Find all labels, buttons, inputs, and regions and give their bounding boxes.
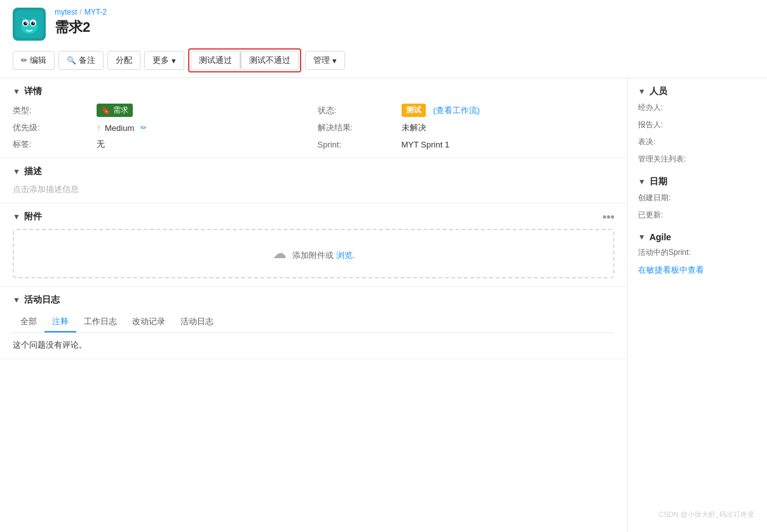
bookmark-icon: 🔖 — [101, 106, 111, 115]
cloud-upload-icon: ☁ — [273, 245, 287, 261]
breadcrumb-project[interactable]: mytest — [55, 8, 77, 17]
description-collapse-icon[interactable]: ▼ — [13, 167, 20, 176]
active-sprint-label: 活动中的Sprint: — [638, 247, 757, 258]
status-value: 测试 (查看工作流) — [402, 104, 615, 117]
activity-tabs: 全部 注释 工作日志 改动记录 活动日志 — [13, 312, 614, 333]
updated-field: 已更新: — [638, 210, 757, 222]
sidebar-date-header: ▼ 日期 — [638, 176, 757, 188]
attachment-collapse-icon[interactable]: ▼ — [13, 212, 20, 221]
agile-board-link[interactable]: 在敏捷看板中查看 — [638, 265, 704, 275]
avatar — [13, 8, 46, 41]
agile-collapse-icon[interactable]: ▼ — [638, 233, 646, 242]
pencil-icon: ✏ — [21, 56, 27, 65]
page-title: 需求2 — [55, 18, 107, 37]
sidebar-date-section: ▼ 日期 创建日期: 已更新: — [638, 176, 757, 222]
status-tag: 测试 — [402, 104, 426, 117]
vote-field: 表决: — [638, 137, 757, 149]
breadcrumb: mytest / MYT-2 — [55, 8, 107, 17]
attachment-section: ▼ 附件 ••• ☁ 添加附件或 浏览. — [0, 203, 627, 287]
main-layout: ▼ 详情 类型: 🔖 需求 状态: 测试 (查看工作流) — [0, 78, 767, 532]
browse-link[interactable]: 浏览. — [336, 250, 355, 260]
test-pass-button[interactable]: 测试通过 — [191, 51, 240, 70]
sprint-label: Sprint: — [318, 139, 394, 150]
toolbar: ✏ 编辑 🔍 备注 分配 更多 ▾ 测试通过 测试不通过 管理 ▾ — [0, 43, 767, 78]
chevron-down-icon: ▾ — [172, 56, 176, 65]
tab-activity[interactable]: 活动日志 — [173, 312, 221, 332]
type-value: 🔖 需求 — [97, 104, 310, 117]
people-collapse-icon[interactable]: ▼ — [638, 87, 646, 96]
type-tag: 🔖 需求 — [97, 104, 133, 117]
activity-section-title: 活动日志 — [24, 294, 60, 306]
vote-label: 表决: — [638, 137, 757, 147]
assignee-field: 经办人: — [638, 102, 757, 114]
priority-edit-icon[interactable]: ✏ — [140, 123, 147, 132]
test-buttons-group: 测试通过 测试不通过 — [188, 48, 301, 72]
agile-title: Agile — [649, 232, 671, 242]
resolution-label: 解决结果: — [318, 122, 394, 133]
description-placeholder[interactable]: 点击添加描述信息 — [13, 184, 614, 195]
description-section-header: ▼ 描述 — [13, 166, 614, 177]
workflow-link[interactable]: (查看工作流) — [433, 105, 480, 116]
tag-label: 标签: — [13, 139, 89, 150]
reporter-field: 报告人: — [638, 119, 757, 132]
activity-section-header: ▼ 活动日志 — [13, 294, 614, 306]
manage-button[interactable]: 管理 ▾ — [305, 51, 345, 70]
edit-button[interactable]: ✏ 编辑 — [13, 51, 55, 70]
attachment-section-title: 附件 — [24, 211, 42, 222]
resolution-value: 未解决 — [402, 122, 615, 133]
sidebar-people-header: ▼ 人员 — [638, 86, 757, 97]
status-label: 状态: — [318, 104, 394, 117]
attachment-drop-zone[interactable]: ☁ 添加附件或 浏览. — [13, 229, 614, 278]
date-title: 日期 — [649, 176, 667, 188]
test-fail-button[interactable]: 测试不通过 — [241, 51, 299, 70]
people-title: 人员 — [649, 86, 667, 97]
sidebar-agile-header: ▼ Agile — [638, 232, 757, 242]
priority-arrow-icon: ↑ — [97, 123, 101, 133]
updated-label: 已更新: — [638, 210, 757, 221]
upload-text: 添加附件或 — [292, 250, 334, 260]
description-section: ▼ 描述 点击添加描述信息 — [0, 158, 627, 203]
svg-point-5 — [31, 22, 35, 25]
details-section: ▼ 详情 类型: 🔖 需求 状态: 测试 (查看工作流) — [0, 78, 627, 158]
search-icon: 🔍 — [67, 56, 76, 65]
svg-point-6 — [25, 22, 27, 24]
date-collapse-icon[interactable]: ▼ — [638, 177, 646, 186]
note-button[interactable]: 🔍 备注 — [58, 51, 104, 70]
breadcrumb-separator: / — [79, 8, 81, 17]
breadcrumb-issue[interactable]: MYT-2 — [85, 8, 107, 17]
svg-point-4 — [24, 22, 27, 25]
type-label: 类型: — [13, 104, 89, 117]
created-label: 创建日期: — [638, 193, 757, 203]
details-collapse-icon[interactable]: ▼ — [13, 87, 20, 96]
tab-note[interactable]: 注释 — [44, 312, 76, 332]
reporter-label: 报告人: — [638, 119, 757, 130]
tag-value: 无 — [97, 139, 310, 150]
attachment-more-icon[interactable]: ••• — [602, 211, 614, 222]
description-section-title: 描述 — [24, 166, 42, 177]
content-area: ▼ 详情 类型: 🔖 需求 状态: 测试 (查看工作流) — [0, 78, 627, 532]
assign-button[interactable]: 分配 — [107, 51, 140, 70]
watch-label: 管理关注列表: — [638, 154, 757, 165]
sidebar: ▼ 人员 经办人: 报告人: 表决: 管理关注列表: — [627, 78, 767, 532]
active-sprint-field: 活动中的Sprint: — [638, 247, 757, 259]
tab-all[interactable]: 全部 — [13, 312, 44, 332]
created-field: 创建日期: — [638, 193, 757, 205]
detail-grid: 类型: 🔖 需求 状态: 测试 (查看工作流) 优先级: ↑ — [13, 104, 614, 150]
priority-label: 优先级: — [13, 122, 89, 133]
activity-section: ▼ 活动日志 全部 注释 工作日志 改动记录 活动日志 这个问题没有评论。 — [0, 287, 627, 359]
details-section-header: ▼ 详情 — [13, 86, 614, 97]
sidebar-agile-section: ▼ Agile 活动中的Sprint: 在敏捷看板中查看 — [638, 232, 757, 276]
sprint-value: MYT Sprint 1 — [402, 139, 615, 150]
watermark: CSDN @小徐大虾_码次叮咚变 — [658, 510, 754, 519]
svg-point-7 — [33, 22, 34, 24]
sidebar-people-section: ▼ 人员 经办人: 报告人: 表决: 管理关注列表: — [638, 86, 757, 166]
tab-changes[interactable]: 改动记录 — [125, 312, 173, 332]
watch-field: 管理关注列表: — [638, 154, 757, 166]
activity-collapse-icon[interactable]: ▼ — [13, 296, 20, 304]
more-button[interactable]: 更多 ▾ — [144, 51, 184, 70]
manage-chevron-icon: ▾ — [332, 56, 337, 65]
no-comment-text: 这个问题没有评论。 — [13, 339, 614, 351]
header-text: mytest / MYT-2 需求2 — [55, 8, 107, 37]
tab-worklog[interactable]: 工作日志 — [76, 312, 125, 332]
details-section-title: 详情 — [24, 86, 42, 97]
